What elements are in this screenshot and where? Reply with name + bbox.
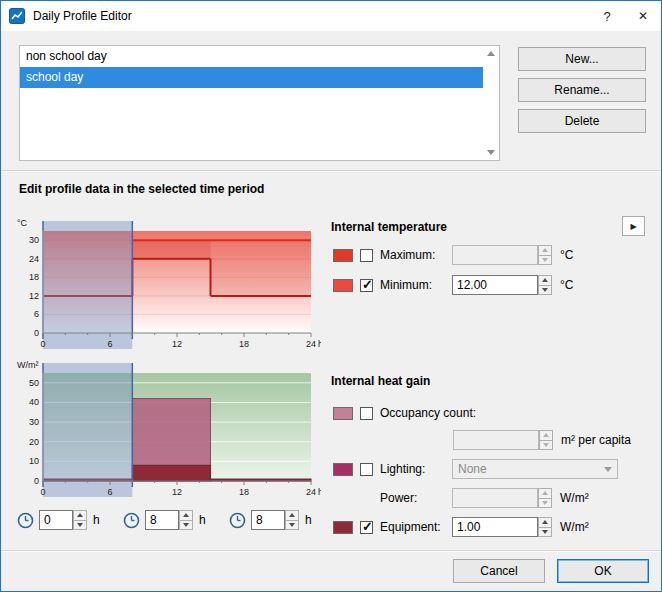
occupancy-input[interactable] — [453, 430, 539, 450]
power-unit: W/m² — [560, 491, 589, 505]
maximum-input[interactable] — [452, 245, 538, 265]
new-button[interactable]: New... — [518, 47, 646, 71]
svg-text:0: 0 — [34, 328, 39, 338]
svg-text:W/m²: W/m² — [17, 360, 39, 370]
chevron-down-icon — [604, 467, 612, 472]
lighting-checkbox[interactable] — [360, 463, 373, 476]
profile-list: non school day school day — [19, 45, 500, 161]
spinner-up-icon[interactable] — [179, 510, 193, 521]
delete-button[interactable]: Delete — [518, 109, 646, 133]
heat-gain-chart[interactable]: 0102030405006121824hW/m² — [13, 357, 321, 501]
power-row: Power: W/m² — [333, 487, 589, 509]
power-stepper[interactable] — [538, 488, 552, 508]
maximum-color-swatch[interactable] — [333, 249, 353, 262]
power-input[interactable] — [452, 488, 538, 508]
spinner-up-icon[interactable] — [73, 510, 87, 521]
clock-icon — [123, 512, 140, 529]
scroll-up-icon[interactable] — [487, 51, 495, 56]
clock-icon — [17, 512, 34, 529]
heat-gain-heading: Internal heat gain — [331, 374, 430, 388]
minimum-label: Minimum: — [380, 278, 452, 292]
rename-button[interactable]: Rename... — [518, 78, 646, 102]
spinner-down-icon[interactable] — [179, 521, 193, 531]
end-time-stepper[interactable] — [179, 510, 193, 530]
maximum-checkbox[interactable] — [360, 249, 373, 262]
svg-text:0: 0 — [34, 476, 39, 486]
svg-text:6: 6 — [107, 487, 112, 497]
occupancy-checkbox[interactable] — [360, 407, 373, 420]
svg-text:0: 0 — [40, 487, 45, 497]
list-item-selected[interactable]: school day — [20, 67, 483, 88]
spinner-up-icon[interactable] — [539, 430, 553, 441]
duration-unit: h — [305, 513, 312, 527]
occupancy-stepper[interactable] — [539, 430, 553, 450]
lighting-color-swatch[interactable] — [333, 463, 353, 476]
titlebar: Daily Profile Editor ? ✕ — [1, 1, 661, 31]
svg-text:0: 0 — [40, 339, 45, 349]
spinner-up-icon[interactable] — [538, 517, 552, 528]
lighting-dropdown-value: None — [458, 462, 487, 476]
spinner-down-icon[interactable] — [538, 499, 552, 509]
start-time-input[interactable] — [39, 510, 73, 530]
svg-text:18: 18 — [239, 487, 249, 497]
lighting-dropdown[interactable]: None — [452, 459, 618, 479]
separator — [1, 170, 661, 172]
svg-text:12: 12 — [29, 291, 39, 301]
temperature-chart[interactable]: 061218243006121824h°C — [13, 215, 321, 353]
minimum-color-swatch[interactable] — [333, 279, 353, 292]
spinner-up-icon[interactable] — [538, 245, 552, 256]
dialog-content: non school day school day New... Rename.… — [1, 31, 661, 591]
cancel-button[interactable]: Cancel — [453, 559, 545, 583]
lighting-row: Lighting: None — [333, 458, 618, 480]
equipment-stepper[interactable] — [538, 517, 552, 537]
occupancy-color-swatch[interactable] — [333, 407, 353, 420]
duration-input[interactable] — [251, 510, 285, 530]
maximum-stepper[interactable] — [538, 245, 552, 265]
occupancy-label: Occupancy count: — [380, 406, 476, 420]
clock-icon — [229, 512, 246, 529]
spinner-down-icon[interactable] — [538, 286, 552, 296]
duration-stepper[interactable] — [285, 510, 299, 530]
temperature-heading: Internal temperature — [331, 220, 447, 234]
maximum-row: Maximum: °C — [333, 244, 573, 266]
spinner-up-icon[interactable] — [538, 275, 552, 286]
equipment-color-swatch[interactable] — [333, 521, 353, 534]
start-time-stepper[interactable] — [73, 510, 87, 530]
svg-text:24: 24 — [306, 339, 316, 349]
equipment-label: Equipment: — [380, 520, 452, 534]
spinner-down-icon[interactable] — [539, 441, 553, 451]
minimum-stepper[interactable] — [538, 275, 552, 295]
maximum-unit: °C — [560, 248, 573, 262]
spinner-up-icon[interactable] — [285, 510, 299, 521]
equipment-unit: W/m² — [560, 520, 589, 534]
flyout-arrow-icon: ▶ — [630, 222, 636, 231]
list-item[interactable]: non school day — [20, 46, 483, 67]
maximum-label: Maximum: — [380, 248, 452, 262]
ok-button[interactable]: OK — [557, 559, 649, 583]
equipment-checkbox[interactable] — [360, 521, 373, 534]
occupancy-row: Occupancy count: — [333, 402, 476, 424]
minimum-input[interactable] — [452, 275, 538, 295]
svg-text:10: 10 — [29, 456, 39, 466]
svg-text:18: 18 — [239, 339, 249, 349]
spinner-up-icon[interactable] — [538, 488, 552, 499]
equipment-input[interactable] — [452, 517, 538, 537]
minimum-checkbox[interactable] — [360, 279, 373, 292]
spinner-down-icon[interactable] — [285, 521, 299, 531]
help-button[interactable]: ? — [589, 1, 625, 31]
spinner-down-icon[interactable] — [538, 528, 552, 538]
spinner-down-icon[interactable] — [73, 521, 87, 531]
svg-text:6: 6 — [34, 309, 39, 319]
svg-text:6: 6 — [107, 339, 112, 349]
spinner-down-icon[interactable] — [538, 256, 552, 266]
svg-text:30: 30 — [29, 417, 39, 427]
end-time-input[interactable] — [145, 510, 179, 530]
flyout-button[interactable]: ▶ — [622, 216, 645, 236]
separator — [1, 550, 661, 552]
occupancy-value-row: m² per capita — [333, 429, 631, 451]
list-scrollbar[interactable] — [483, 46, 499, 160]
time-field-group-end: h — [123, 509, 206, 531]
close-icon[interactable]: ✕ — [625, 1, 661, 31]
time-field-group-duration: h — [229, 509, 312, 531]
scroll-down-icon[interactable] — [487, 150, 495, 155]
